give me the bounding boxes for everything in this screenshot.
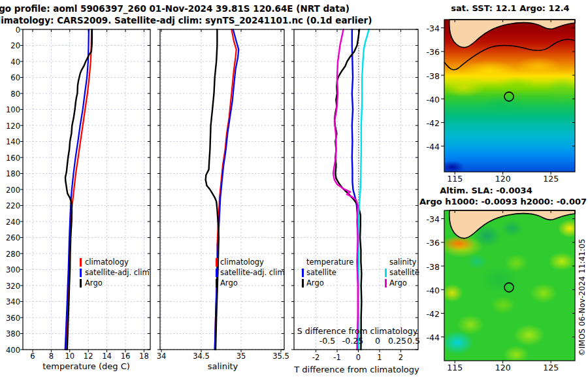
legend-label: climatology	[85, 257, 129, 267]
sdiff-axis-label: S difference from climatology	[297, 326, 417, 336]
legend-marker	[80, 279, 82, 288]
map-lat-tick-label: -40	[422, 95, 440, 105]
depth-tick-label: 0	[3, 25, 20, 35]
map-lat-tick-label: -40	[422, 286, 440, 295]
legend-marker	[385, 269, 387, 277]
map-lat-tick-label: -42	[422, 118, 440, 128]
x-tick-label: 6	[30, 352, 35, 361]
sla-title-line1: Altim. SLA: -0.0034	[440, 186, 532, 195]
legend-label: Argo	[85, 278, 103, 288]
depth-tick-label: 340	[3, 297, 20, 306]
x-tick-label: 1	[377, 353, 382, 362]
depth-tick-label: 220	[3, 201, 20, 210]
x-tick-label: 2	[399, 353, 403, 362]
depth-tick-label: 100	[3, 105, 20, 114]
depth-tick-label: 260	[3, 233, 20, 242]
map-lat-tick-label: -44	[422, 142, 440, 152]
depth-tick-label: 160	[3, 154, 20, 163]
x-tick-label: -1	[333, 353, 340, 362]
depth-tick-label: 240	[3, 218, 20, 227]
legend-label: satellite-adj. clim	[85, 268, 150, 277]
x-tick-label: 35	[237, 352, 246, 361]
depth-tick-label: 360	[3, 314, 20, 323]
argo-profile-figure: Argo profile: aoml 5906397_260 01-Nov-20…	[0, 0, 588, 379]
legend-label: satellite	[389, 268, 419, 277]
map-lat-tick-label: -38	[422, 71, 440, 81]
depth-tick-label: 20	[3, 41, 20, 50]
salinity-axis-label: salinity	[208, 361, 238, 371]
x-tick-label: 0	[356, 353, 361, 362]
map-lat-tick-label: -34	[422, 24, 440, 33]
legend-label: Argo	[220, 278, 238, 288]
x-tick-label: 34.5	[193, 352, 210, 361]
x-tick-label: 8	[49, 352, 54, 361]
map-lat-tick-label: -42	[422, 309, 440, 319]
map-lon-tick-label: 125	[543, 174, 559, 184]
x-tick-label: 12	[84, 352, 93, 361]
map-lon-tick-label: 115	[447, 363, 463, 372]
depth-tick-label: 80	[3, 90, 20, 99]
depth-tick-label: 60	[3, 73, 20, 82]
sdiff-tick-label: -0.25	[342, 336, 363, 346]
figure-title-line1: Argo profile: aoml 5906397_260 01-Nov-20…	[0, 3, 350, 14]
legend-label: satellite	[306, 268, 336, 277]
figure-title-line2: Climatology: CARS2009. Satellite-adj cli…	[0, 15, 372, 25]
map-lat-tick-label: -44	[422, 333, 440, 342]
depth-tick-label: 200	[3, 186, 20, 195]
legend-label: Argo	[306, 278, 324, 288]
depth-tick-label: 380	[3, 329, 20, 338]
map-lat-tick-label: -36	[422, 47, 440, 57]
depth-tick-label: 120	[3, 122, 20, 131]
x-tick-label: 16	[121, 352, 131, 361]
map-lat-tick-label: -34	[422, 214, 440, 224]
legend-group-header: salinity	[389, 257, 416, 267]
x-tick-label: -2	[312, 353, 319, 362]
legend-marker	[302, 269, 304, 277]
map-lon-tick-label: 120	[495, 174, 511, 184]
map-lon-tick-label: 125	[543, 363, 559, 372]
depth-tick-label: 180	[3, 169, 20, 178]
depth-tick-label: 140	[3, 137, 20, 146]
legend-group-header: temperature	[306, 257, 353, 267]
depth-tick-label: 280	[3, 250, 20, 259]
map-lat-tick-label: -38	[422, 262, 440, 272]
sst-map-title: sat. SST: 12.1 Argo: 12.4	[451, 3, 569, 13]
legend-marker	[216, 279, 218, 288]
land-coastline	[449, 210, 575, 239]
x-tick-label: 18	[139, 352, 149, 361]
legend-marker	[80, 258, 82, 267]
sdiff-tick-label: 0.5	[407, 336, 420, 346]
argo-position-marker	[504, 283, 514, 292]
x-tick-label: 35.5	[272, 352, 289, 361]
legend-marker	[80, 269, 82, 277]
depth-tick-label: 40	[3, 58, 20, 67]
imos-watermark: ©IMOS 06-Nov-2024 11:41:05	[578, 239, 587, 356]
depth-tick-label: 300	[3, 265, 20, 274]
legend-marker	[216, 258, 218, 267]
map-lat-tick-label: -36	[422, 238, 440, 248]
depth-tick-label: 400	[3, 346, 20, 355]
legend-label: satellite-adj. clim	[220, 268, 285, 277]
tdiff-axis-label: T difference from climatology	[294, 365, 419, 374]
x-tick-label: 14	[102, 352, 112, 361]
legend-label: Argo	[389, 278, 407, 288]
map-lon-tick-label: 120	[495, 363, 511, 372]
x-tick-label: 10	[65, 352, 74, 361]
sdiff-tick-label: -0.5	[319, 336, 335, 346]
legend-label: climatology	[220, 257, 264, 267]
sla-title-line2: Argo h1000: -0.0093 h2000: -0.007	[419, 197, 587, 206]
legend-marker	[216, 269, 218, 277]
legend-marker	[385, 279, 387, 288]
map-lon-tick-label: 115	[447, 174, 463, 184]
x-tick-label: 34	[157, 352, 167, 361]
sdiff-tick-label: 0.25	[388, 336, 406, 346]
depth-tick-label: 320	[3, 282, 20, 291]
legend-marker	[302, 279, 304, 288]
sdiff-tick-label: 0	[375, 336, 380, 346]
temperature-axis-label: temperature (deg C)	[42, 361, 130, 371]
argo-position-marker	[504, 92, 514, 101]
